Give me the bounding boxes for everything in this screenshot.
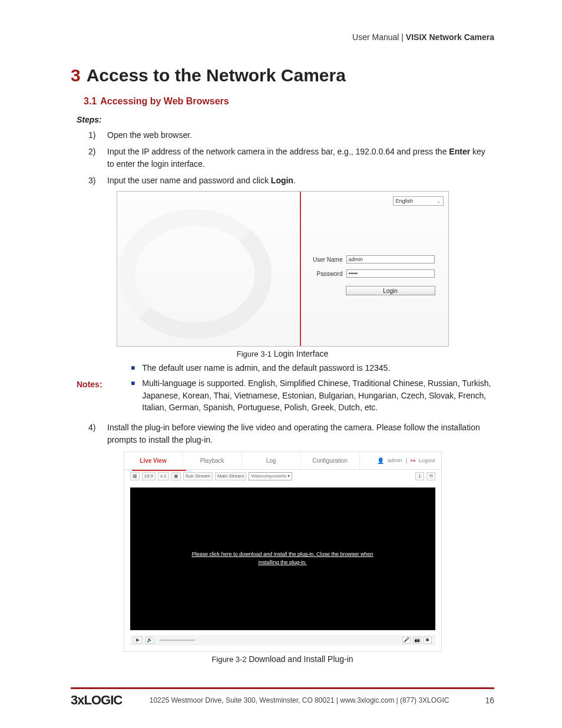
brand-logo: 3xLOGIC (71, 693, 122, 708)
current-user: admin (388, 457, 402, 463)
record-icon[interactable]: ⏺ (424, 637, 432, 644)
login-button[interactable]: Login (346, 286, 435, 295)
step-3: 3) Input the user name and password and … (88, 174, 494, 186)
main-stream-button[interactable]: Main Stream (215, 472, 246, 480)
aspect-button[interactable]: 16:9 (142, 472, 156, 480)
username-label: User Name (309, 256, 343, 263)
decorative-graphic (118, 209, 272, 339)
audio-icon[interactable]: 🔊 (146, 637, 154, 644)
plugin-download-link[interactable]: Please click here to download and instal… (191, 551, 373, 566)
step-2: 2) Input the IP address of the network c… (88, 146, 494, 170)
bullet-icon: ■ (131, 362, 135, 374)
tab-configuration[interactable]: Configuration (301, 452, 360, 469)
password-input[interactable]: ••••• (346, 269, 435, 278)
component-dropdown[interactable]: Webcomponents ▾ (249, 472, 292, 480)
video-area: Please click here to download and instal… (130, 487, 435, 630)
page-header: User Manual | VISIX Network Camera (71, 32, 494, 42)
footer-rule (71, 687, 494, 689)
play-icon[interactable]: ▶ (134, 637, 142, 644)
divider (300, 192, 301, 346)
figure-2-caption: Figure 3-2 Download and Install Plug-in (71, 654, 494, 664)
player-controls: ▶ 🔊 🎤 📷 ⏺ (130, 635, 435, 645)
chapter-number: 3 (71, 65, 81, 85)
user-area: 👤 admin | ↦ Logout (371, 452, 441, 469)
username-input[interactable]: admin (346, 255, 435, 263)
user-icon: 👤 (377, 457, 384, 464)
password-label: Password (309, 271, 343, 277)
figure-plugin-interface: Live View Playback Log Configuration 👤 a… (124, 452, 442, 652)
download-icon[interactable]: ⤓ (415, 472, 424, 480)
figure-1-caption: Figure 3-1 Login Interface (71, 349, 494, 358)
tab-log[interactable]: Log (242, 452, 301, 469)
mic-icon[interactable]: 🎤 (402, 637, 411, 644)
chevron-down-icon: ⌄ (437, 199, 441, 204)
section-title: 3.1Accessing by Web Browsers (84, 96, 494, 107)
section-number: 3.1 (84, 96, 97, 106)
layout-button[interactable]: ▣ (171, 472, 181, 480)
bullet-icon: ■ (131, 377, 135, 413)
header-left: User Manual (352, 32, 399, 42)
logout-link[interactable]: Logout (419, 457, 435, 463)
live-view-toolbar: ▦ 16:9 x:1 ▣ Sub Stream Main Stream Webc… (124, 470, 441, 483)
active-tab-indicator (132, 470, 186, 471)
header-product: VISIX Network Camera (406, 32, 494, 42)
ptz-icon[interactable]: ⟲ (427, 472, 435, 480)
language-dropdown[interactable]: English ⌄ (393, 196, 444, 206)
chapter-title: 3Access to the Network Camera (71, 65, 494, 85)
tab-live-view[interactable]: Live View (124, 452, 183, 469)
snapshot-icon[interactable]: 📷 (413, 637, 421, 644)
volume-slider[interactable] (160, 640, 195, 641)
notes-label: Notes: (77, 362, 114, 417)
layout-button[interactable]: ▦ (130, 472, 140, 480)
page-number: 16 (477, 696, 494, 705)
figure-login-interface: English ⌄ User Name admin Password •••••… (117, 191, 449, 347)
step-1: 1) Open the web browser. (88, 129, 494, 141)
step-4: 4) Install the plug-in before viewing th… (88, 421, 494, 446)
tab-playback[interactable]: Playback (183, 452, 242, 469)
footer-address: 10225 Westmoor Drive, Suite 300, Westmin… (122, 696, 477, 704)
note-item: ■The default user name is admin, and the… (114, 362, 494, 374)
logout-icon: ↦ (411, 457, 415, 464)
steps-label: Steps: (77, 115, 494, 124)
aspect-button[interactable]: x:1 (158, 472, 169, 480)
note-item: ■Multi-language is supported. English, S… (114, 377, 494, 413)
sub-stream-button[interactable]: Sub Stream (183, 472, 213, 480)
